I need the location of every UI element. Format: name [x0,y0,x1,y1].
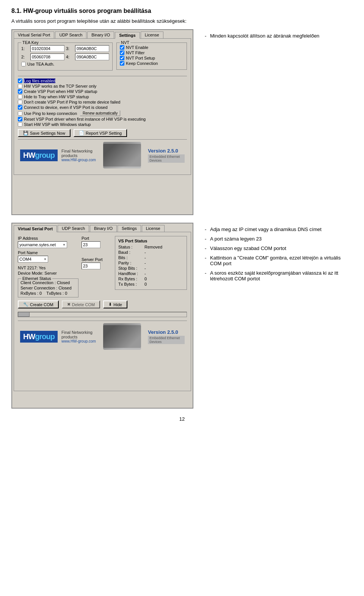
port-dropdown-arrow: ▼ [44,258,47,261]
hwgroup-logo-1: HWgroup [20,149,58,161]
reset-vsp-checkbox[interactable] [18,117,22,121]
port-name-row: COM4 ▼ [18,256,78,263]
reset-vsp-label: Reset VSP Port driver when first instanc… [24,117,146,121]
ethernet-status-group: Ethernet Status Client Connection : Clos… [18,278,78,297]
settings-dialog: Virtual Serial Port UDP Search Binary I/… [11,29,193,215]
connect-device-label: Connect to device, even if VSP Port is c… [24,105,108,110]
server-port-input[interactable] [82,263,100,269]
tab-binary-io[interactable]: Binary I/O [87,31,114,38]
url-1: www.HW-group.com [61,158,99,162]
tea-label-4: 4: [66,55,74,59]
ip-dropdown-arrow: ▼ [63,243,66,247]
server-port-label: Server Port [82,257,112,262]
report-icon: 📄 [79,131,84,135]
hide-tray-checkbox[interactable] [18,94,22,99]
desc-item-3: Válasszon egy szabad COM portot [205,245,353,251]
desc-item-1: Adja meg az IP címet vagy a dinamikus DN… [205,226,353,232]
start-hwvsp-checkbox[interactable] [18,122,22,127]
start-hwvsp-label: Start HW VSP with Windows startup [24,122,91,127]
server-connection: Server Connection : Closed [20,286,76,290]
save-settings-label: Save Settings Now [30,131,65,135]
log-files-label: Log files enabled [24,79,55,83]
tcp-server-only-checkbox[interactable] [18,84,22,88]
nvt-enable-label: NVT Enable [126,45,148,50]
bits-value: - [144,255,146,260]
stop-bits-value: - [144,266,146,270]
create-vsp-checkbox[interactable] [18,89,22,94]
hide-tray-label: Hide to Tray when HW VSP startup [24,94,89,99]
tcp-server-only-row: HW VSP works as the TCP Server only [18,84,187,88]
delete-com-btn[interactable]: ✖ Delete COM [62,300,100,308]
create-com-icon: 🔧 [23,302,28,307]
tagline-2: Final Networking products [61,330,99,339]
log-files-checkbox[interactable] [18,79,22,83]
tab2-license[interactable]: License [142,225,165,232]
report-vsp-btn[interactable]: 📄 Report VSP Setting [74,129,127,137]
port-input-row [82,241,112,248]
port-input[interactable] [82,241,100,248]
nvt-port-setup-checkbox[interactable] [120,56,124,60]
tab2-settings[interactable]: Settings [118,225,141,232]
hide-icon: ⬇ [108,302,112,307]
log-files-row: Log files enabled [18,79,187,83]
tab-license[interactable]: License [141,31,163,38]
tab2-udp-search[interactable]: UDP Search [58,225,89,232]
use-tea-row: Use TEA Auth. [21,62,109,66]
nvt-filter-checkbox[interactable] [120,50,124,55]
dialog2-tabs: Virtual Serial Port UDP Search Binary I/… [12,223,193,232]
tab-udp-search[interactable]: UDP Search [55,31,86,38]
tab-settings[interactable]: Settings [115,32,140,39]
scrollbar-thumb[interactable] [18,312,30,317]
section-2: Virtual Serial Port UDP Search Binary I/… [11,223,353,409]
port-name-value: COM4 [19,257,31,261]
handflow-value: - [144,271,146,276]
dont-create-row: Don't create VSP Port if Ping to remote … [18,100,187,104]
embedded-label-1: Embedded Ethernet Devices [148,154,185,163]
ip-address-row: yourname.sytes.net ▼ [18,241,78,248]
status-status-row: Status : Removed [118,245,184,249]
baud-row: Baud : - [118,250,184,255]
connect-device-row: Connect to device, even if VSP Port is c… [18,105,187,110]
port-name-dropdown[interactable]: COM4 ▼ [18,256,48,263]
desc-item-4: Kattintson a "Create COM" gombra, ezzel … [205,255,353,266]
settings-top: TEA Key 1: 3: 2: 4: [18,42,187,74]
use-ping-checkbox[interactable] [18,111,22,116]
ip-address-value: yourname.sytes.net [19,242,56,247]
connect-device-checkbox[interactable] [18,105,22,110]
tea-input-1[interactable] [30,45,64,52]
tagline-1: Final Networking products [61,149,99,158]
renew-btn[interactable]: Renew automatically [80,110,120,116]
start-hwvsp-row: Start HW VSP with Windows startup [18,122,187,127]
desc-col-2: Adja meg az IP címet vagy a dinamikus DN… [205,223,353,285]
rx-bytes-value: 0 [144,277,147,281]
create-com-label: Create COM [30,302,53,307]
nvt-enable-checkbox[interactable] [120,45,124,50]
hwgroup-text-1: Final Networking products www.HW-group.c… [61,149,99,162]
tea-input-2[interactable] [30,53,64,60]
nvt-filter-row: NVT Filter [120,50,184,55]
nvt-enable-row: NVT Enable [120,45,184,50]
tea-input-4[interactable] [75,53,109,60]
tea-input-3[interactable] [75,45,109,52]
hide-btn[interactable]: ⬇ Hide [103,300,127,308]
dont-create-checkbox[interactable] [18,100,22,104]
tab2-binary-io[interactable]: Binary I/O [90,225,117,232]
save-settings-btn[interactable]: 💾 Save Settings Now [18,129,71,137]
vs-port-status-title: VS Port Status [118,239,184,243]
ip-address-dropdown[interactable]: yourname.sytes.net ▼ [18,241,67,248]
ethernet-title: Ethernet Status [21,276,52,281]
desc-list-1: Minden kapcsolót állítson az ábrának meg… [205,33,353,39]
horizontal-scrollbar[interactable] [18,312,187,317]
tab-virtual-serial-port[interactable]: Virtual Serial Port [14,31,54,38]
create-com-btn[interactable]: 🔧 Create COM [18,300,59,308]
parity-key: Parity : [118,261,143,265]
vsp-dialog: Virtual Serial Port UDP Search Binary I/… [11,223,193,409]
port-label: Port [82,236,112,241]
use-tea-checkbox[interactable] [21,62,26,66]
report-vsp-label: Report VSP Setting [86,131,122,135]
ip-port-col: IP Address yourname.sytes.net ▼ Port Nam… [18,236,78,297]
keep-connection-checkbox[interactable] [120,61,124,66]
hwgroup-banner-2: HWgroup Final Networking products www.HW… [18,321,187,352]
desc-item-5: A soros eszköz saját kezelőprogramjában … [205,270,353,281]
tab2-virtual-serial-port[interactable]: Virtual Serial Port [14,225,57,232]
